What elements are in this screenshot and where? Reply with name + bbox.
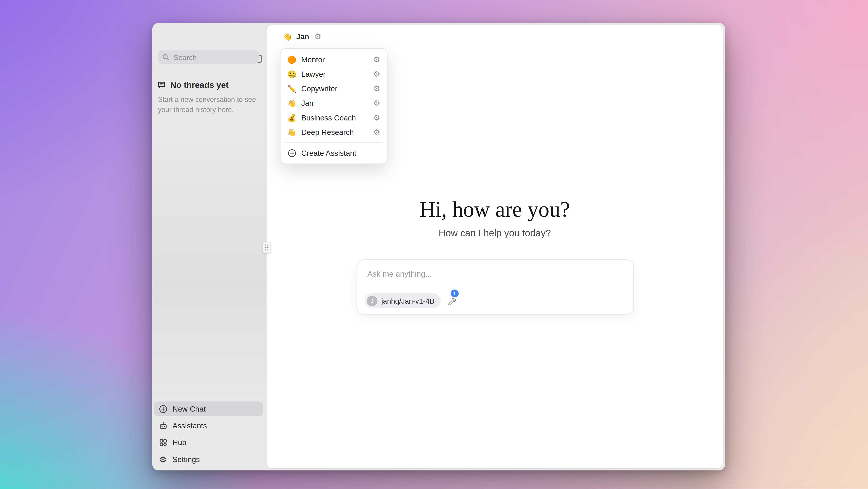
menu-item-label: Business Coach bbox=[301, 114, 356, 122]
hub-grid-icon bbox=[158, 438, 167, 447]
search-input[interactable] bbox=[173, 52, 254, 62]
model-selector[interactable]: J janhq/Jan-v1-4B bbox=[365, 294, 440, 308]
sidebar-texture bbox=[152, 124, 267, 415]
menu-divider bbox=[285, 142, 382, 143]
assistant-dropdown-menu: 🟠 Mentor ⚙ 🤐 Lawyer ⚙ ✏️ Copywriter ⚙ 👋 … bbox=[280, 48, 388, 164]
sidebar-item-settings[interactable]: ⚙ Settings bbox=[154, 452, 263, 466]
sidebar-item-label: New Chat bbox=[173, 404, 206, 413]
empty-state-subtitle: Start a new conversation to see your thr… bbox=[157, 95, 261, 115]
menu-item-label: Mentor bbox=[301, 55, 325, 64]
assistant-settings-icon[interactable]: ⚙ bbox=[314, 32, 321, 40]
business-coach-emoji-icon: 💰 bbox=[287, 114, 296, 121]
welcome-title: Hi, how are you? bbox=[267, 196, 723, 223]
menu-item-lawyer[interactable]: 🤐 Lawyer ⚙ bbox=[284, 66, 383, 81]
welcome-block: Hi, how are you? How can I help you toda… bbox=[267, 196, 723, 239]
search-box[interactable] bbox=[158, 51, 259, 64]
sidebar: No threads yet Start a new conversation … bbox=[152, 23, 267, 470]
menu-item-label: Jan bbox=[301, 99, 314, 107]
gear-icon[interactable]: ⚙ bbox=[373, 56, 380, 63]
sidebar-item-label: Settings bbox=[173, 455, 200, 463]
menu-item-jan[interactable]: 👋 Jan ⚙ bbox=[284, 96, 383, 110]
sidebar-resize-handle[interactable] bbox=[262, 242, 271, 253]
create-assistant-label: Create Assistant bbox=[301, 149, 356, 157]
jan-emoji-icon: 👋 bbox=[287, 99, 296, 106]
settings-gear-icon: ⚙ bbox=[158, 455, 167, 463]
chat-bubble-icon bbox=[157, 81, 166, 89]
desktop: No threads yet Start a new conversation … bbox=[0, 0, 868, 489]
plus-circle-icon bbox=[287, 149, 296, 157]
empty-state-title: No threads yet bbox=[170, 80, 229, 90]
sidebar-item-assistants[interactable]: Assistants bbox=[154, 418, 263, 433]
jan-app-window: No threads yet Start a new conversation … bbox=[152, 23, 725, 470]
composer-toolbar: J janhq/Jan-v1-4B 1 bbox=[365, 294, 457, 308]
sidebar-nav: New Chat Assistants bbox=[154, 401, 263, 466]
main-panel: 👋 Jan ⚙ 🟠 Mentor ⚙ 🤐 Lawyer ⚙ ✏️ bbox=[267, 25, 723, 468]
assistant-robot-icon bbox=[158, 421, 167, 430]
sidebar-item-label: Assistants bbox=[173, 421, 207, 430]
message-composer[interactable]: J janhq/Jan-v1-4B 1 bbox=[357, 259, 634, 315]
menu-item-deep-research[interactable]: 👋 Deep Research ⚙ bbox=[284, 125, 383, 140]
sidebar-item-new-chat[interactable]: New Chat bbox=[154, 401, 263, 416]
menu-item-copywriter[interactable]: ✏️ Copywriter ⚙ bbox=[284, 81, 383, 96]
copywriter-emoji-icon: ✏️ bbox=[287, 85, 296, 92]
assistant-emoji: 👋 bbox=[283, 32, 292, 41]
menu-item-label: Deep Research bbox=[301, 128, 354, 136]
chat-header: 👋 Jan ⚙ bbox=[267, 25, 723, 48]
welcome-subtitle: How can I help you today? bbox=[267, 228, 723, 239]
wrench-icon bbox=[447, 297, 456, 305]
gear-icon[interactable]: ⚙ bbox=[373, 114, 380, 122]
model-name: janhq/Jan-v1-4B bbox=[381, 297, 434, 305]
assistant-selector[interactable]: 👋 Jan bbox=[283, 32, 309, 41]
threads-empty-state: No threads yet Start a new conversation … bbox=[157, 80, 261, 115]
menu-item-label: Copywriter bbox=[301, 84, 338, 93]
model-avatar: J bbox=[367, 296, 377, 306]
tools-count-badge: 1 bbox=[451, 289, 459, 298]
search-icon bbox=[162, 54, 169, 60]
assistant-name: Jan bbox=[296, 32, 309, 40]
menu-item-label: Lawyer bbox=[301, 70, 326, 78]
plus-circle-icon bbox=[158, 404, 167, 413]
sidebar-item-hub[interactable]: Hub bbox=[154, 435, 263, 450]
gear-icon[interactable]: ⚙ bbox=[373, 70, 380, 78]
gear-icon[interactable]: ⚙ bbox=[373, 128, 380, 136]
sidebar-item-label: Hub bbox=[173, 438, 186, 447]
menu-item-business-coach[interactable]: 💰 Business Coach ⚙ bbox=[284, 110, 383, 125]
lawyer-emoji-icon: 🤐 bbox=[287, 70, 296, 78]
gear-icon[interactable]: ⚙ bbox=[373, 99, 380, 107]
tools-button[interactable]: 1 bbox=[447, 296, 457, 306]
mentor-emoji-icon: 🟠 bbox=[287, 56, 296, 63]
create-assistant-button[interactable]: Create Assistant bbox=[284, 146, 383, 160]
gear-icon[interactable]: ⚙ bbox=[373, 85, 380, 92]
message-input[interactable] bbox=[366, 269, 624, 279]
deep-research-emoji-icon: 👋 bbox=[287, 129, 296, 136]
menu-item-mentor[interactable]: 🟠 Mentor ⚙ bbox=[284, 52, 383, 66]
